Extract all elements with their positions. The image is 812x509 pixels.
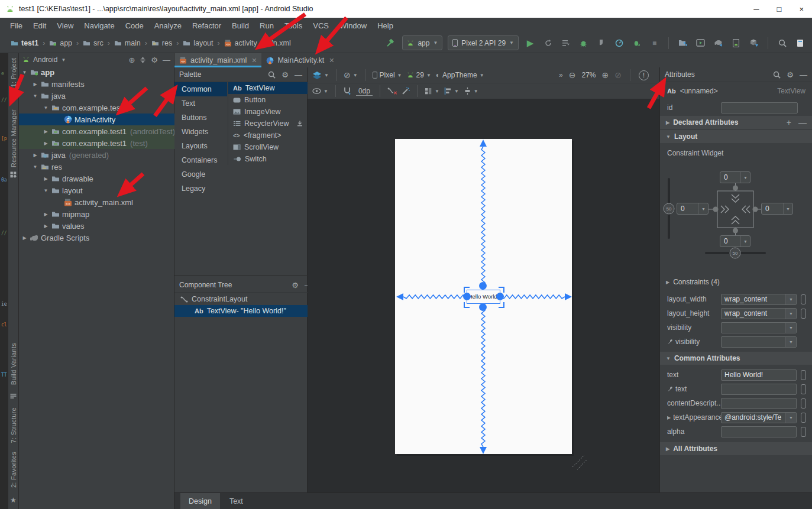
tool-stripe-favorites[interactable]: 2: Favorites [10, 452, 17, 488]
resource-flag-icon[interactable] [801, 398, 806, 409]
text-appearance-select[interactable]: @android:style/Te▼ [721, 412, 797, 423]
close-tab-icon[interactable]: ✕ [329, 57, 334, 64]
gear-icon[interactable]: ⚙ [292, 281, 299, 290]
menu-window[interactable]: Window [334, 20, 372, 32]
tree-item-values[interactable]: ▶ values [19, 220, 174, 232]
search-icon[interactable] [268, 71, 276, 79]
build-hammer-icon[interactable] [384, 37, 397, 49]
breadcrumb-src[interactable]: src [83, 39, 103, 47]
resource-flag-icon[interactable] [801, 370, 806, 380]
menu-navigate[interactable]: Navigate [79, 20, 119, 32]
breadcrumb-project[interactable]: test1 [11, 39, 38, 47]
view-mode-select[interactable]: ▼ [312, 71, 329, 79]
palette-item-fragment[interactable]: <> <fragment> [228, 129, 308, 141]
tool-stripe-structure[interactable]: 7: Structure [10, 407, 17, 443]
remove-attribute-icon[interactable]: — [798, 118, 807, 127]
breadcrumb-layout[interactable]: layout [183, 39, 213, 47]
tree-item-mainactivity[interactable]: C MainActivity [19, 114, 174, 125]
palette-cat-legacy[interactable]: Legacy [174, 181, 227, 196]
breadcrumb-main[interactable]: main [114, 39, 141, 47]
attach-profiler-icon[interactable] [595, 37, 607, 49]
menu-run[interactable]: Run [254, 20, 279, 32]
tree-item-package-androidtest[interactable]: ▶ com.example.test1 (androidTest) [19, 125, 174, 137]
section-layout[interactable]: ▼Layout [660, 130, 812, 143]
infer-constraints-icon[interactable] [402, 87, 410, 95]
collapse-all-icon[interactable] [140, 57, 146, 63]
palette-item-textview[interactable]: Ab TextView [228, 82, 308, 94]
constraint-handle-top[interactable] [479, 282, 487, 290]
overflow-chevron-icon[interactable]: » [559, 71, 563, 79]
palette-cat-containers[interactable]: Containers [174, 153, 227, 167]
menu-build[interactable]: Build [227, 20, 254, 32]
sync-gradle-icon[interactable] [712, 37, 724, 49]
default-margin-value[interactable]: 0dp [356, 87, 373, 96]
tree-item-res[interactable]: ▼ res [19, 161, 174, 173]
run-with-coverage-icon[interactable] [559, 37, 572, 49]
pack-select[interactable]: ▼ [425, 87, 439, 95]
layout-height-select[interactable]: wrap_content▼ [721, 308, 797, 319]
device-manager-icon[interactable] [730, 37, 742, 49]
clear-constraints-icon[interactable]: ✕ [387, 87, 397, 95]
palette-cat-text[interactable]: Text [174, 96, 227, 111]
margin-top-select[interactable]: 0▼ [720, 171, 750, 183]
constraint-handle-bottom[interactable] [479, 303, 487, 311]
zoom-out-icon[interactable]: ⊖ [569, 70, 576, 80]
tab-text[interactable]: Text [221, 493, 251, 509]
stop-button[interactable]: ■ [648, 37, 661, 49]
tab-design[interactable]: Design [180, 493, 220, 509]
section-declared-attributes[interactable]: ▶Declared Attributes + — [660, 116, 812, 129]
hide-panel-icon[interactable]: — [163, 56, 170, 64]
tree-item-activity-main-xml[interactable]: <> activity_main.xml [19, 196, 174, 208]
tree-item-package[interactable]: ▼ com.example.test1 [19, 102, 174, 114]
menu-tools[interactable]: Tools [279, 20, 308, 32]
constraint-handle-right[interactable] [496, 293, 504, 300]
palette-cat-buttons[interactable]: Buttons [174, 111, 227, 125]
tree-item-layout[interactable]: ▼ layout [19, 184, 174, 196]
tools-visibility-select[interactable]: ▼ [721, 336, 797, 348]
section-common-attributes[interactable]: ▼Common Attributes [660, 352, 812, 365]
resource-flag-icon[interactable] [801, 309, 806, 319]
download-icon[interactable] [297, 121, 303, 127]
tab-activity-main-xml[interactable]: <> activity_main.xml ✕ [174, 53, 261, 67]
profile-button[interactable] [613, 37, 625, 49]
design-surface[interactable]: Hello World! [308, 99, 659, 492]
selected-textview[interactable]: Hello World! [467, 290, 500, 304]
device-select[interactable]: Pixel 2 API 29▼ [448, 35, 519, 50]
component-textview[interactable]: Ab TextView- "Hello World!" [174, 305, 308, 317]
component-constraintlayout[interactable]: ConstraintLayout [174, 293, 308, 305]
menu-refactor[interactable]: Refactor [187, 20, 227, 32]
text-input[interactable]: Hello World! [721, 369, 797, 381]
tree-item-package-test[interactable]: ▶ com.example.test1 (test) [19, 137, 174, 149]
sdk-manager-icon[interactable] [748, 37, 760, 49]
palette-cat-widgets[interactable]: Widgets [174, 125, 227, 139]
menu-file[interactable]: File [5, 20, 28, 32]
layout-inspector-icon[interactable] [794, 37, 806, 49]
theme-select[interactable]: ◐ AppTheme▼ [436, 71, 484, 79]
constraint-handle-left[interactable] [463, 293, 471, 300]
tools-text-input[interactable] [721, 384, 797, 395]
menu-vcs[interactable]: VCS [308, 20, 334, 32]
project-structure-icon[interactable] [677, 37, 689, 49]
project-view-selector[interactable]: Android [33, 56, 57, 64]
api-version-select[interactable]: 29▼ [407, 71, 431, 79]
palette-item-scrollview[interactable]: ScrollView [228, 141, 308, 153]
tree-item-java-generated[interactable]: ▶ java (generated) [19, 149, 174, 161]
minimize-button[interactable]: ─ [753, 5, 759, 14]
hide-panel-icon[interactable]: — [295, 70, 302, 79]
apply-changes-button[interactable] [542, 37, 554, 49]
section-constraints[interactable]: ▶Constraints (4) [660, 275, 812, 288]
close-tab-icon[interactable]: ✕ [251, 57, 257, 64]
palette-cat-google[interactable]: Google [174, 167, 227, 181]
visibility-select[interactable]: ▼ [721, 322, 797, 333]
run-config-select[interactable]: app▼ [402, 35, 442, 50]
menu-analyze[interactable]: Analyze [149, 20, 187, 32]
align-select[interactable]: ▼ [444, 87, 459, 95]
zoom-fit-icon[interactable]: ⊘ [614, 70, 622, 80]
alpha-input[interactable] [721, 426, 797, 437]
palette-item-imageview[interactable]: ImageView [228, 106, 308, 118]
search-everywhere-icon[interactable] [776, 37, 788, 49]
close-button[interactable]: × [799, 5, 804, 14]
layout-width-select[interactable]: wrap_content▼ [721, 294, 797, 305]
tree-item-manifests[interactable]: ▶ manifests [19, 78, 174, 90]
tree-item-mipmap[interactable]: ▶ mipmap [19, 208, 174, 220]
